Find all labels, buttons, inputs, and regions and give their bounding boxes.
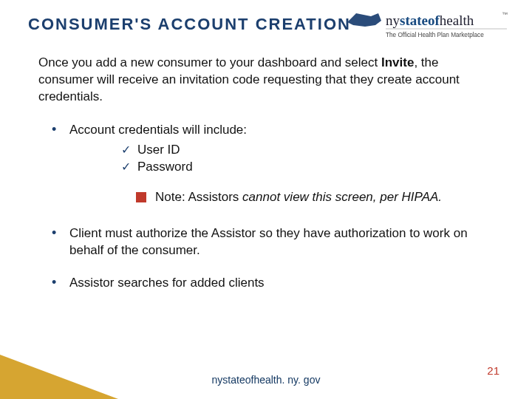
cred-item-userid: User ID bbox=[121, 142, 494, 159]
nysoh-logo: nystateofhealth ™ The Official Health Pl… bbox=[343, 9, 513, 44]
note-pre: Note: Assistors bbox=[155, 190, 242, 204]
slide: CONSUMER'S ACCOUNT CREATION nystateofhea… bbox=[0, 0, 532, 399]
corner-triangle-icon bbox=[0, 355, 118, 399]
credentials-label: Account credentials will include: bbox=[69, 123, 247, 137]
credentials-sublist: User ID Password bbox=[69, 142, 494, 176]
bullet-authorize: Client must authorize the Assistor so th… bbox=[52, 225, 494, 259]
note-ital: cannot view this screen, per HIPAA. bbox=[242, 190, 442, 204]
page-number: 21 bbox=[487, 364, 499, 377]
note-row: Note: Assistors cannot view this screen,… bbox=[136, 189, 494, 206]
logo-health: health bbox=[440, 13, 474, 28]
svg-text:nystateofhealth: nystateofhealth bbox=[386, 13, 474, 28]
cred-item-password: Password bbox=[121, 159, 494, 176]
logo-stateof: stateof bbox=[400, 13, 440, 28]
red-square-icon bbox=[136, 192, 146, 202]
svg-text:™: ™ bbox=[502, 11, 508, 18]
intro-text: Once you add a new consumer to your dash… bbox=[38, 55, 494, 106]
bullet-credentials: Account credentials will include: User I… bbox=[52, 122, 494, 206]
logo-ny: ny bbox=[386, 13, 400, 28]
intro-pre: Once you add a new consumer to your dash… bbox=[38, 55, 381, 69]
body-content: Once you add a new consumer to your dash… bbox=[28, 55, 504, 292]
bullet-list: Account credentials will include: User I… bbox=[38, 122, 494, 293]
note-text: Note: Assistors cannot view this screen,… bbox=[155, 189, 442, 206]
bullet-search: Assistor searches for added clients bbox=[52, 275, 494, 292]
intro-bold: Invite bbox=[381, 55, 414, 69]
logo-tagline: The Official Health Plan Marketplace bbox=[386, 32, 484, 38]
